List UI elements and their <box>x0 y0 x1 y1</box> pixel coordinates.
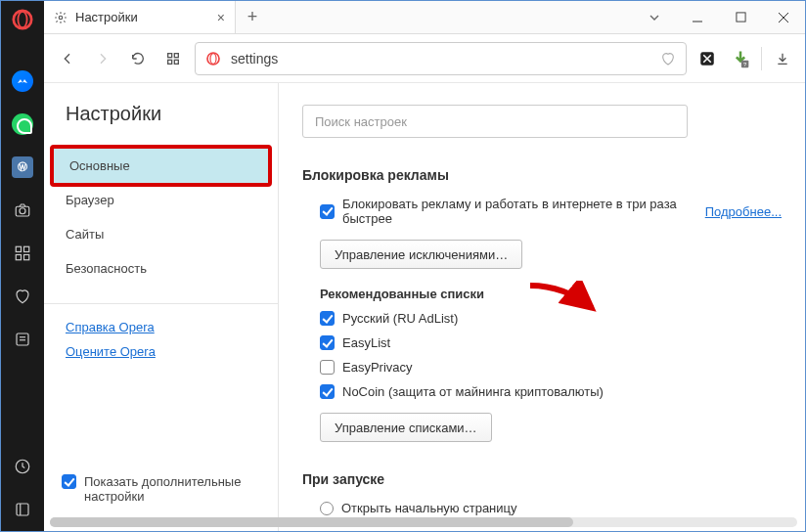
messenger-button[interactable] <box>1 60 44 103</box>
grid-small-icon <box>165 51 181 66</box>
extension-1-button[interactable] <box>694 46 720 71</box>
svg-rect-6 <box>16 255 21 260</box>
reload-button[interactable] <box>124 45 152 72</box>
bookmark-heart-icon[interactable] <box>660 51 676 66</box>
settings-content: Настройки Основные Браузер Сайты Безопас… <box>44 83 805 531</box>
adblock-learn-more-link[interactable]: Подробнее... <box>705 204 782 219</box>
startup-heading: При запуске <box>302 471 782 487</box>
grid-icon <box>14 244 31 262</box>
extension-2-button[interactable]: ? <box>728 46 753 71</box>
manage-lists-button[interactable]: Управление списками… <box>320 413 492 442</box>
adblock-section: Блокировка рекламы Блокировать рекламу и… <box>302 167 782 442</box>
back-button[interactable] <box>54 45 81 72</box>
bookmarks-button[interactable] <box>1 275 44 318</box>
settings-sidebar: Настройки Основные Браузер Сайты Безопас… <box>44 83 279 531</box>
messenger-icon <box>12 70 33 92</box>
list-easylist-checkbox[interactable] <box>320 335 335 350</box>
minimize-button[interactable] <box>676 1 719 34</box>
url-input[interactable]: settings <box>195 42 687 75</box>
list-nocoin-label: NoCoin (защита от майнинга криптовалюты) <box>342 384 604 399</box>
menu-button[interactable] <box>633 1 676 34</box>
svg-rect-4 <box>16 246 21 251</box>
svg-point-14 <box>59 16 63 20</box>
tab-strip: Настройки × + <box>44 1 805 34</box>
opera-logo-icon <box>12 9 33 30</box>
nav-basic[interactable]: Основные <box>50 145 272 187</box>
svg-point-23 <box>207 53 219 65</box>
snapshot-button[interactable] <box>1 189 44 232</box>
list-easyprivacy-checkbox[interactable] <box>320 360 335 375</box>
browser-sidebar: Ⓦ <box>1 1 44 531</box>
adblock-enable-checkbox[interactable] <box>320 204 335 219</box>
startup-option-homepage: Открыть начальную страницу <box>341 501 517 515</box>
tab-close-button[interactable]: × <box>217 10 225 25</box>
clock-icon <box>14 458 31 475</box>
new-tab-button[interactable]: + <box>236 1 269 33</box>
adblock-heading: Блокировка рекламы <box>302 167 782 183</box>
close-window-button[interactable] <box>762 1 805 34</box>
speed-dial-nav-button[interactable] <box>159 45 187 72</box>
svg-rect-22 <box>174 60 178 64</box>
minimize-icon <box>692 12 703 23</box>
whatsapp-icon <box>12 113 33 135</box>
svg-rect-12 <box>17 504 28 515</box>
history-button[interactable] <box>1 445 44 488</box>
panel-icon <box>14 501 31 518</box>
nav-sites[interactable]: Сайты <box>44 217 278 251</box>
vk-button[interactable]: Ⓦ <box>1 146 44 189</box>
svg-point-24 <box>210 53 216 64</box>
vk-icon: Ⓦ <box>12 156 33 178</box>
list-ruadlist-checkbox[interactable] <box>320 311 335 326</box>
svg-point-1 <box>18 12 26 28</box>
list-easylist-label: EasyList <box>342 335 390 350</box>
exceptions-button[interactable]: Управление исключениями… <box>320 240 522 269</box>
lists-heading: Рекомендованные списки <box>320 287 782 301</box>
settings-search-input[interactable]: Поиск настроек <box>302 105 688 138</box>
recommended-lists: Рекомендованные списки Русский (RU AdLis… <box>302 287 782 442</box>
startup-section: При запуске Открыть начальную страницу <box>302 471 782 515</box>
page-title: Настройки <box>44 103 278 149</box>
chevron-down-icon <box>647 10 662 25</box>
nav-security[interactable]: Безопасность <box>44 251 278 286</box>
news-button[interactable] <box>1 318 44 361</box>
forward-button[interactable] <box>89 45 116 72</box>
svg-rect-20 <box>174 53 178 57</box>
address-bar: settings ? <box>44 34 805 83</box>
reload-icon <box>130 51 146 66</box>
advanced-checkbox[interactable] <box>62 474 76 489</box>
camera-icon <box>14 201 31 219</box>
download-icon <box>775 51 790 66</box>
svg-rect-21 <box>168 60 172 64</box>
list-nocoin-checkbox[interactable] <box>320 384 335 399</box>
close-icon <box>778 12 789 23</box>
tab-settings[interactable]: Настройки × <box>44 1 236 33</box>
opera-small-icon <box>205 51 221 66</box>
scrollbar-thumb[interactable] <box>50 517 573 527</box>
maximize-button[interactable] <box>719 1 762 34</box>
download-arrow-icon: ? <box>731 49 750 68</box>
svg-point-0 <box>14 11 31 28</box>
advanced-label: Показать дополнительные настройки <box>84 474 260 504</box>
svg-point-3 <box>20 208 25 214</box>
chevron-left-icon <box>60 51 75 66</box>
panel-button[interactable] <box>1 488 44 531</box>
rate-link[interactable]: Оцените Opera <box>66 344 256 359</box>
adblock-enable-row: Блокировать рекламу и работать в интерне… <box>302 197 782 226</box>
settings-main: Поиск настроек Блокировка рекламы Блокир… <box>279 83 805 531</box>
horizontal-scrollbar[interactable] <box>50 517 797 527</box>
whatsapp-button[interactable] <box>1 103 44 146</box>
svg-rect-7 <box>24 255 29 260</box>
downloads-button[interactable] <box>770 46 795 71</box>
svg-rect-16 <box>736 13 744 22</box>
speed-dial-button[interactable] <box>1 232 44 275</box>
settings-nav: Основные Браузер Сайты Безопасность <box>44 149 278 286</box>
help-link[interactable]: Справка Opera <box>66 320 256 334</box>
window-controls <box>633 1 805 33</box>
maximize-icon <box>736 12 746 22</box>
startup-radio-homepage[interactable] <box>320 502 334 515</box>
shield-icon <box>698 50 716 67</box>
adblock-enable-label: Блокировать рекламу и работать в интерне… <box>342 197 697 226</box>
sidebar-links: Справка Opera Оцените Opera <box>44 303 278 375</box>
nav-browser[interactable]: Браузер <box>44 183 278 217</box>
svg-rect-8 <box>17 333 28 345</box>
